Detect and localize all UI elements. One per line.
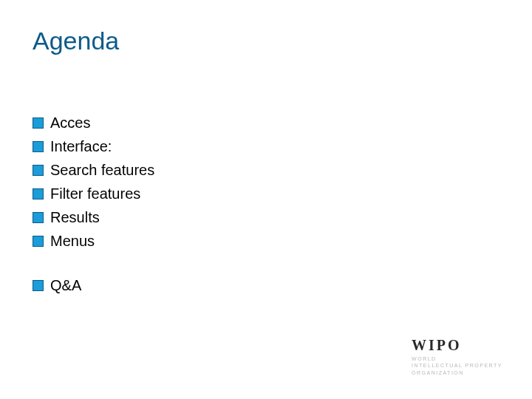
footer-logo-block: WIPO WORLD INTELLECTUAL PROPERTY ORGANIZ… <box>412 337 502 377</box>
list-item-label: Menus <box>50 231 95 252</box>
list-item-label: Search features <box>50 160 154 181</box>
tagline-line: WORLD <box>412 356 437 361</box>
square-bullet-icon <box>33 117 44 129</box>
tagline-line: INTELLECTUAL PROPERTY <box>412 363 502 368</box>
list-item-label: Results <box>50 207 100 228</box>
square-bullet-icon <box>33 212 44 223</box>
list-item: Acces <box>33 112 154 134</box>
wipo-logo: WIPO <box>412 337 502 354</box>
list-item: Filter features <box>33 183 154 205</box>
list-item: Results <box>33 207 154 228</box>
slide-title: Agenda <box>33 27 119 55</box>
square-bullet-icon <box>33 236 44 247</box>
list-item-label: Interface: <box>50 136 112 157</box>
square-bullet-icon <box>33 165 44 176</box>
list-item: Menus <box>33 231 154 252</box>
list-item: Search features <box>33 160 154 181</box>
agenda-list: Acces Interface: Search features Filter … <box>33 112 154 299</box>
square-bullet-icon <box>33 280 44 291</box>
list-item-label: Q&A <box>50 275 81 296</box>
list-item-label: Filter features <box>50 183 140 205</box>
wipo-tagline: WORLD INTELLECTUAL PROPERTY ORGANIZATION <box>412 355 502 377</box>
square-bullet-icon <box>33 188 44 200</box>
list-item: Interface: <box>33 136 154 157</box>
list-item-label: Acces <box>50 112 90 134</box>
square-bullet-icon <box>33 141 44 152</box>
list-item: Q&A <box>33 275 154 296</box>
tagline-line: ORGANIZATION <box>412 370 464 375</box>
